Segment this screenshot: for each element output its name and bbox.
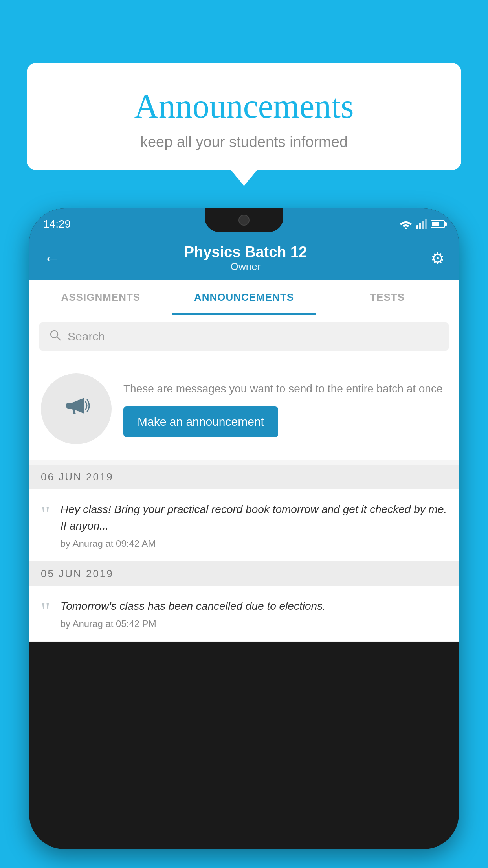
promo-icon-circle	[41, 373, 112, 444]
announcement-meta-1: by Anurag at 09:42 AM	[61, 538, 447, 549]
announcement-text-1: Hey class! Bring your practical record b…	[61, 501, 447, 534]
announcement-content-2: Tomorrow's class has been cancelled due …	[61, 598, 447, 629]
quote-icon-2: "	[41, 600, 50, 622]
announcement-text-2: Tomorrow's class has been cancelled due …	[61, 598, 447, 614]
speech-bubble-title: Announcements	[58, 86, 430, 126]
status-icons	[399, 219, 445, 229]
announcement-promo: These are messages you want to send to t…	[29, 358, 459, 460]
tab-assignments[interactable]: ASSIGNMENTS	[29, 280, 172, 315]
search-icon	[49, 329, 61, 344]
phone-frame: 14:29	[29, 208, 459, 849]
megaphone-icon	[61, 390, 92, 428]
search-bar[interactable]: Search	[39, 322, 449, 351]
app-bar-subtitle: Owner	[61, 261, 431, 273]
speech-bubble-subtitle: keep all your students informed	[58, 134, 430, 151]
date-divider-1: 06 JUN 2019	[29, 465, 459, 489]
signal-icon	[416, 219, 427, 229]
settings-icon[interactable]: ⚙	[431, 249, 445, 267]
promo-right: These are messages you want to send to t…	[123, 381, 447, 437]
announcement-item-2[interactable]: " Tomorrow's class has been cancelled du…	[29, 586, 459, 641]
announcement-meta-2: by Anurag at 05:42 PM	[61, 618, 447, 629]
tab-tests[interactable]: TESTS	[316, 280, 459, 315]
search-placeholder-text: Search	[68, 330, 105, 343]
phone-notch	[205, 208, 283, 232]
announcement-item-1[interactable]: " Hey class! Bring your practical record…	[29, 489, 459, 561]
promo-description: These are messages you want to send to t…	[123, 381, 447, 397]
date-text-1: 06 JUN 2019	[41, 471, 114, 483]
app-bar: ← Physics Batch 12 Owner ⚙	[29, 237, 459, 280]
svg-rect-1	[416, 225, 418, 229]
app-bar-title: Physics Batch 12	[61, 244, 431, 261]
status-time: 14:29	[43, 218, 71, 230]
svg-rect-3	[422, 221, 424, 229]
app-bar-center: Physics Batch 12 Owner	[61, 244, 431, 273]
svg-rect-4	[425, 219, 427, 229]
quote-icon-1: "	[41, 503, 50, 526]
speech-bubble-container: Announcements keep all your students inf…	[27, 63, 461, 170]
svg-point-0	[405, 228, 407, 230]
date-divider-2: 05 JUN 2019	[29, 561, 459, 586]
announcement-content-1: Hey class! Bring your practical record b…	[61, 501, 447, 549]
tabs-bar: ASSIGNMENTS ANNOUNCEMENTS TESTS	[29, 280, 459, 315]
tab-announcements[interactable]: ANNOUNCEMENTS	[172, 280, 316, 315]
front-camera	[238, 215, 250, 226]
content-area: Search These are message	[29, 315, 459, 642]
svg-line-6	[57, 337, 60, 340]
phone-wrapper: 14:29	[29, 208, 459, 868]
wifi-icon	[399, 219, 413, 229]
search-bar-container: Search	[29, 315, 459, 358]
svg-rect-2	[419, 223, 421, 229]
back-button[interactable]: ←	[43, 250, 61, 267]
battery-icon	[431, 220, 445, 228]
make-announcement-button[interactable]: Make an announcement	[123, 406, 278, 437]
date-text-2: 05 JUN 2019	[41, 568, 114, 580]
speech-bubble: Announcements keep all your students inf…	[27, 63, 461, 170]
